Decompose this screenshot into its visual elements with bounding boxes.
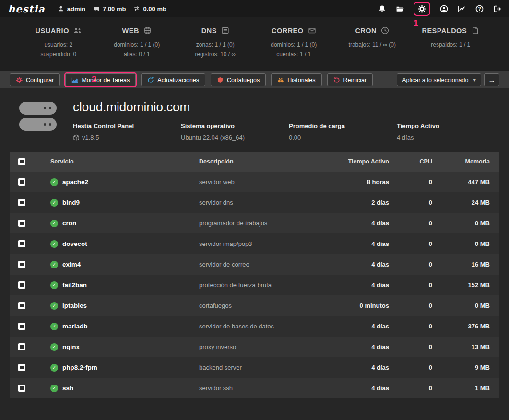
apply-go-button[interactable]: →: [484, 73, 499, 86]
firewall-button[interactable]: Cortafuegos: [211, 73, 266, 86]
service-description: servidor imap/pop3: [199, 240, 327, 247]
restart-button[interactable]: Reiniciar: [327, 73, 373, 86]
stats-correo-link[interactable]: CORREO: [255, 26, 333, 35]
service-description: protección de fuerza bruta: [199, 281, 327, 289]
server-settings-button[interactable]: [418, 5, 426, 13]
row-checkbox[interactable]: [18, 220, 25, 227]
row-checkbox[interactable]: [18, 343, 25, 350]
logout-icon: [493, 5, 501, 13]
table-row: ✓ nginx proxy inverso 4 días 0 13 MB: [10, 337, 499, 357]
status-running-icon: ✓: [50, 302, 58, 310]
service-description: cortafuegos: [199, 302, 327, 309]
service-memory: 1 MB: [442, 385, 499, 392]
updates-button[interactable]: Actualizaciones: [141, 73, 205, 86]
globe-icon: [143, 26, 152, 35]
server-disk-icon: [19, 102, 57, 115]
row-checkbox[interactable]: [18, 240, 25, 247]
table-row: ✓ iptables cortafuegos 0 minutos 0 0 MB: [10, 295, 499, 316]
service-name[interactable]: exim4: [62, 261, 81, 268]
row-checkbox[interactable]: [18, 364, 25, 371]
service-name[interactable]: mariadb: [62, 323, 88, 330]
stat-line: zonas: 1 / 1 (0): [176, 40, 255, 49]
service-description: servidor de bases de datos: [199, 323, 327, 330]
select-all-checkbox[interactable]: [18, 158, 25, 165]
hestia-logo[interactable]: hestia: [8, 3, 45, 15]
row-checkbox[interactable]: [18, 323, 25, 330]
status-running-icon: ✓: [50, 261, 58, 268]
service-name[interactable]: nginx: [62, 343, 80, 350]
status-running-icon: ✓: [50, 385, 58, 392]
table-row: ✓ ssh servidor ssh 4 días 0 1 MB: [10, 378, 499, 398]
help-button[interactable]: ?: [475, 5, 484, 13]
stats-usuario-link[interactable]: USUARIO: [19, 26, 98, 35]
notifications-button[interactable]: [378, 5, 386, 13]
stats-respaldos-link[interactable]: RESPALDOS: [412, 26, 490, 35]
topbar: hestia admin 7.00 mb 0.00 mb ?: [0, 0, 509, 17]
service-name[interactable]: fail2ban: [62, 281, 87, 289]
status-running-icon: ✓: [50, 199, 58, 207]
user-icon: [58, 5, 64, 12]
stats-correo-label: CORREO: [272, 27, 304, 35]
os-label: Sistema operativo: [181, 122, 289, 129]
table-row: ✓ php8.2-fpm backend server 4 días 0 9 M…: [10, 357, 499, 378]
annotation-step-2: 2: [92, 74, 96, 84]
service-name[interactable]: php8.2-fpm: [62, 364, 97, 371]
configure-button[interactable]: Configurar: [10, 73, 60, 86]
topbar-user[interactable]: admin: [58, 5, 85, 12]
account-button[interactable]: [440, 5, 448, 13]
service-name[interactable]: cron: [62, 220, 76, 227]
refresh-icon: [147, 77, 154, 83]
shield-icon: [217, 77, 224, 83]
service-name[interactable]: bind9: [62, 199, 80, 206]
table-row: ✓ bind9 servidor dns 2 días 0 24 MB: [10, 192, 499, 213]
row-checkbox[interactable]: [18, 261, 25, 268]
stats-correo: CORREO dominios: 1 / 1 (0) cuentas: 1 / …: [255, 26, 333, 59]
row-checkbox[interactable]: [18, 385, 25, 392]
row-checkbox[interactable]: [18, 281, 25, 289]
person-circle-icon: [440, 5, 448, 13]
service-memory: 9 MB: [442, 364, 499, 371]
stats-cron-link[interactable]: CRON: [333, 26, 412, 35]
header-memory: Memoria: [442, 158, 499, 165]
logs-button[interactable]: Historiales: [271, 73, 321, 86]
service-memory: 0 MB: [442, 240, 499, 247]
service-uptime: 4 días: [327, 385, 399, 392]
service-uptime: 0 minutos: [327, 302, 399, 309]
topbar-memory[interactable]: 7.00 mb: [93, 5, 126, 12]
service-name[interactable]: dovecot: [62, 240, 87, 247]
service-uptime: 4 días: [327, 220, 399, 227]
service-name[interactable]: iptables: [62, 302, 87, 309]
row-checkbox[interactable]: [18, 178, 25, 186]
restart-icon: [333, 77, 340, 83]
services-table: Servicio Descripción Tiempo Activo CPU M…: [10, 152, 499, 398]
table-row: ✓ dovecot servidor imap/pop3 4 días 0 0 …: [10, 233, 499, 254]
row-checkbox[interactable]: [18, 302, 25, 309]
service-name[interactable]: ssh: [62, 385, 73, 392]
row-checkbox[interactable]: [18, 199, 25, 206]
users-icon: [73, 26, 82, 35]
stats-web-link[interactable]: WEB: [98, 26, 177, 35]
service-uptime: 4 días: [327, 343, 399, 350]
area-chart-icon: [71, 77, 78, 83]
services-table-header: Servicio Descripción Tiempo Activo CPU M…: [10, 152, 499, 172]
task-monitor-button[interactable]: Monitor de Tareas: [65, 73, 136, 86]
toolbar-right-group: Aplicar a lo seleccionado ▾ →: [397, 73, 499, 86]
dns-zone-icon: [221, 26, 229, 35]
server-disk-icon: [19, 118, 57, 131]
logout-button[interactable]: [493, 5, 501, 13]
binoculars-icon: [277, 77, 284, 83]
panel-version: v1.8.5: [82, 134, 99, 141]
service-description: servidor de correo: [199, 261, 327, 268]
topbar-bandwidth[interactable]: 0.00 mb: [133, 5, 166, 12]
folder-icon: [396, 5, 404, 13]
service-description: servidor dns: [199, 199, 327, 206]
statistics-button[interactable]: [458, 5, 466, 13]
server-toolbar: Configurar Monitor de Tareas Actualizaci…: [0, 71, 509, 88]
configure-label: Configurar: [26, 77, 54, 83]
service-name[interactable]: apache2: [62, 178, 88, 186]
stats-dns-label: DNS: [201, 27, 217, 35]
file-manager-button[interactable]: [396, 5, 404, 13]
apply-selected-dropdown[interactable]: Aplicar a lo seleccionado ▾: [397, 73, 481, 86]
apply-selected-label: Aplicar a lo seleccionado: [402, 77, 468, 83]
stats-dns-link[interactable]: DNS: [176, 26, 255, 35]
